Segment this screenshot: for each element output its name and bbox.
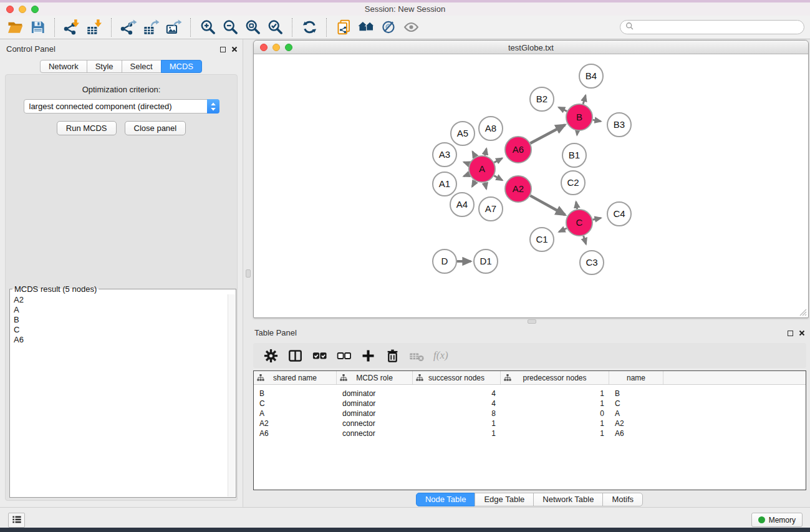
edge-A-A8[interactable] [485,148,487,155]
node-A2[interactable]: A2 [505,176,531,202]
node-D[interactable]: D [433,249,456,273]
result-item[interactable]: A6 [11,335,227,345]
tab-edge-table[interactable]: Edge Table [475,493,534,506]
result-item[interactable]: B [11,315,227,325]
cell-predecessor-nodes[interactable]: 1 [501,428,609,438]
table-panel-float-icon[interactable] [788,331,793,336]
export-network-button[interactable] [117,17,140,38]
zoom-fit-button[interactable] [241,17,264,38]
delete-row-button[interactable] [382,346,402,365]
node-D1[interactable]: D1 [474,249,498,273]
tab-mcds[interactable]: MCDS [161,60,202,73]
network-canvas[interactable]: AA1A2A3A4A5A6A7A8BB1B2B3B4CC1C2C3C4DD1 [254,55,808,317]
cell-successor-nodes[interactable]: 4 [413,389,501,399]
cell-successor-nodes[interactable]: 8 [413,409,501,418]
cell-successor-nodes[interactable]: 1 [413,428,501,438]
column-header-predecessor-nodes[interactable]: predecessor nodes [501,371,609,384]
export-image-button[interactable] [162,17,185,38]
edge-B-B2[interactable] [559,107,567,111]
edge-A6-B[interactable] [530,125,565,143]
edge-A-A6[interactable] [494,158,502,163]
table-row[interactable]: Adominator80A [254,409,806,418]
edge-B-B4[interactable] [583,95,586,104]
import-network-button[interactable] [60,17,83,38]
toggle-details-button[interactable] [377,17,400,38]
refresh-button[interactable] [298,17,321,38]
delete-table-button[interactable] [407,346,427,365]
cell-predecessor-nodes[interactable]: 0 [501,409,609,418]
cell-mcds-role[interactable]: dominator [337,409,413,418]
cell-shared-name[interactable]: A [254,409,337,418]
save-button[interactable] [26,17,49,38]
settings-button[interactable] [261,346,281,365]
cell-successor-nodes[interactable]: 4 [413,399,501,409]
zoom-out-button[interactable] [219,17,241,38]
window-resize-grip[interactable] [798,307,807,316]
zoom-selected-button[interactable] [264,17,286,38]
node-A6[interactable]: A6 [505,137,531,163]
criterion-select[interactable]: largest connected component (directed) [24,99,219,114]
cell-mcds-role[interactable]: dominator [337,399,413,409]
add-row-button[interactable] [358,346,378,365]
node-A1[interactable]: A1 [433,172,456,196]
node-A4[interactable]: A4 [450,193,474,216]
import-table-button[interactable] [83,17,105,38]
cell-predecessor-nodes[interactable]: 1 [501,399,609,409]
node-C[interactable]: C [566,210,592,236]
edge-A-A3[interactable] [464,162,470,164]
tab-style[interactable]: Style [87,60,122,73]
node-A7[interactable]: A7 [479,197,503,221]
task-history-button[interactable] [8,513,25,528]
column-header-successor-nodes[interactable]: successor nodes [413,371,501,384]
edge-C-C3[interactable] [584,236,586,244]
close-panel-button[interactable]: Close panel [125,121,186,135]
search-input[interactable] [637,22,804,33]
table-row[interactable]: A6connector11A6 [254,428,806,438]
eye-button[interactable] [400,17,422,38]
cell-mcds-role[interactable]: connector [337,428,413,438]
cell-successor-nodes[interactable]: 1 [413,418,501,428]
cell-mcds-role[interactable]: connector [337,418,413,428]
node-B[interactable]: B [566,104,592,130]
cell-shared-name[interactable]: B [254,389,337,399]
node-B1[interactable]: B1 [562,143,586,167]
column-header-mcds-role[interactable]: MCDS role [337,371,413,384]
table-panel-close-icon[interactable] [799,329,805,338]
node-B3[interactable]: B3 [607,113,631,137]
result-item[interactable]: A2 [11,295,227,305]
network-graph[interactable]: AA1A2A3A4A5A6A7A8BB1B2B3B4CC1C2C3C4DD1 [254,55,808,317]
node-B2[interactable]: B2 [530,87,554,111]
splitter-handle-icon[interactable] [246,269,251,278]
open-folder-button[interactable] [4,17,26,38]
split-view-button[interactable] [285,346,305,365]
cell-mcds-role[interactable]: dominator [337,389,413,399]
cell-name[interactable]: A6 [609,428,663,438]
node-A5[interactable]: A5 [451,122,475,145]
edge-C-C1[interactable] [559,228,567,232]
node-A8[interactable]: A8 [479,117,503,140]
edge-A-A1[interactable] [464,174,470,177]
edge-A2-C[interactable] [530,196,565,215]
column-header-shared-name[interactable]: shared name [254,371,337,384]
node-B4[interactable]: B4 [579,64,603,88]
cell-name[interactable]: A [609,409,663,418]
cell-shared-name[interactable]: A2 [254,418,337,428]
control-panel-float-icon[interactable] [220,47,226,52]
panel-splitter-horizontal[interactable] [243,318,810,324]
cell-predecessor-nodes[interactable]: 1 [501,418,609,428]
export-table-button[interactable] [140,17,162,38]
edge-C-C2[interactable] [576,202,577,210]
zoom-in-button[interactable] [196,17,219,38]
tab-network-table[interactable]: Network Table [533,493,603,506]
cell-name[interactable]: B [609,389,663,399]
node-C3[interactable]: C3 [580,251,604,274]
tab-node-table[interactable]: Node Table [416,493,476,506]
node-A[interactable]: A [469,156,495,182]
tab-select[interactable]: Select [122,60,162,73]
table-row[interactable]: A2connector11A2 [254,418,806,428]
table-row[interactable]: Bdominator41B [254,389,806,399]
cell-name[interactable]: C [609,399,663,409]
edge-A-A7[interactable] [485,183,486,189]
control-panel-close-icon[interactable] [231,45,238,54]
function-builder-button[interactable]: f(x) [431,346,451,365]
